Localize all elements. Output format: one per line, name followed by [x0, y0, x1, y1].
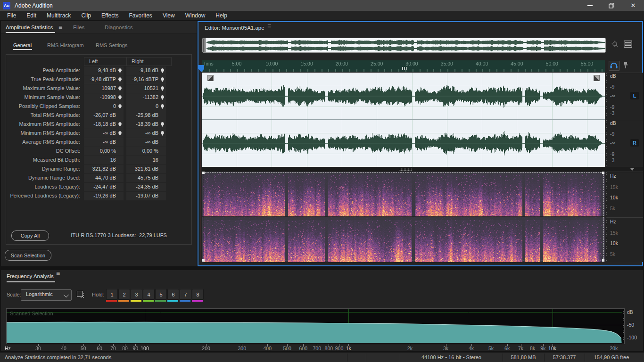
freq-tick-marks [606, 172, 607, 217]
stat-value-cell: -∞ dB [126, 129, 166, 138]
overview-left-grip[interactable] [203, 38, 206, 52]
column-header-right: Right [126, 57, 172, 66]
editor-list-icon[interactable] [624, 41, 632, 49]
stat-value: -19,07 dB [136, 193, 158, 198]
close-button[interactable]: ✕ [622, 0, 644, 11]
zoom-navigate-icon[interactable] [611, 40, 620, 49]
splitter-grip[interactable] [399, 168, 412, 171]
marker-pin-icon[interactable] [161, 104, 164, 109]
menu-multitrack[interactable]: Multitrack [41, 11, 76, 20]
stat-value: -9,16 dBTP [132, 76, 158, 82]
panel-tab-strip: Amplitude StatisticsFilesDiagnostics≡ [1, 21, 197, 34]
pin-icon[interactable] [622, 61, 629, 70]
stat-value-cell: -24,35 dB [126, 183, 166, 191]
hold-button-5[interactable]: 5 [155, 289, 167, 300]
tab-files[interactable]: Files [73, 21, 84, 33]
scale-dropdown[interactable]: Logarithmic [21, 289, 72, 301]
x-axis-label: 900 [335, 346, 344, 351]
frequency-scale[interactable]: Hz15k10k5kHz15k10k5k [606, 172, 643, 262]
marker-pin-icon[interactable] [118, 104, 122, 109]
subtab-general[interactable]: General [13, 42, 32, 48]
restore-button[interactable] [601, 0, 622, 11]
marker-pin-icon[interactable] [118, 68, 122, 73]
loudness-summary: ITU-R BS.1770-3 Loudness: -22,79 LUFS [53, 232, 185, 238]
copy-all-button[interactable]: Copy All [11, 230, 49, 241]
stat-row-label: Peak Amplitude: [1, 67, 80, 73]
stat-value-cell: -∞ dB [84, 129, 124, 138]
selection-handle[interactable] [602, 259, 604, 262]
panel-menu-icon[interactable]: ≡ [58, 21, 62, 33]
editor-panel-menu-icon[interactable]: ≡ [267, 20, 271, 32]
view-splitter[interactable] [202, 167, 643, 172]
stat-value: -9,18 dB [139, 67, 158, 73]
scale-tick-marks [606, 73, 607, 120]
marker-pin-icon[interactable] [118, 131, 122, 136]
marker-pin-icon[interactable] [118, 77, 122, 82]
stat-value: -∞ dB [103, 139, 116, 145]
marker-pin-icon[interactable] [161, 86, 164, 91]
stat-row-label: Maximum Sample Value: [1, 85, 80, 91]
overview-waveform[interactable] [206, 39, 605, 52]
marker-pin-icon[interactable] [118, 95, 122, 100]
menu-view[interactable]: View [157, 11, 180, 20]
freq-tick-marks [606, 218, 607, 263]
marker-pin-icon[interactable] [118, 86, 122, 91]
minimize-button[interactable] [579, 0, 601, 11]
selection-handle[interactable] [202, 172, 205, 174]
overview-navigator[interactable] [202, 38, 606, 53]
marker-pin-icon[interactable] [161, 95, 164, 100]
stat-value: -11382 [143, 94, 158, 100]
stat-value: 44,70 dB [95, 175, 116, 181]
marker-pin-icon[interactable] [161, 77, 164, 82]
frequency-analysis-menu-icon[interactable]: ≡ [56, 267, 60, 280]
copy-frequencies-icon[interactable] [76, 290, 85, 299]
tab-diagnostics[interactable]: Diagnostics [105, 21, 132, 33]
channel-button-L[interactable]: L [630, 92, 639, 99]
timeline-label: 5:00 [232, 61, 241, 66]
hold-button-8[interactable]: 8 [192, 289, 204, 300]
channel-button-R[interactable]: R [630, 139, 639, 147]
timeline-ruler[interactable]: hms 5:0010:0015:0020:0025:0030:0035:0040… [202, 60, 605, 72]
marker-pin-icon[interactable] [161, 68, 164, 73]
x-axis-label: 2k [407, 346, 413, 351]
fade-in-handle[interactable] [207, 75, 214, 81]
subtab-rms-histogram[interactable]: RMS Histogram [47, 42, 84, 48]
stat-value-cell: -25,98 dB [126, 111, 166, 120]
chevron-down-icon [64, 292, 69, 297]
scale-menu-arrow-icon[interactable] [630, 168, 634, 171]
stat-value: -24,47 dB [93, 184, 116, 189]
stat-value: 10521 [144, 85, 158, 91]
frequency-graph[interactable] [7, 309, 622, 343]
waveform-display[interactable] [202, 73, 605, 167]
menu-clip[interactable]: Clip [76, 11, 96, 20]
stat-value: 0,00 % [100, 148, 116, 154]
fade-out-handle[interactable] [594, 75, 600, 81]
hold-button-7[interactable]: 7 [180, 289, 191, 300]
hold-button-3[interactable]: 3 [131, 289, 142, 300]
hold-button-2[interactable]: 2 [118, 289, 130, 300]
stat-value: -10998 [100, 94, 116, 100]
scan-selection-button[interactable]: Scan Selection [5, 250, 51, 261]
solo-monitor-icon[interactable] [609, 61, 620, 71]
selection-handle[interactable] [202, 259, 205, 262]
amplitude-scale[interactable]: dB-9-∞-9-3LdB-9-∞-9-3R [606, 73, 643, 167]
subtab-rms-settings[interactable]: RMS Settings [96, 42, 127, 48]
marker-pin-icon[interactable] [161, 131, 164, 136]
hold-button-6[interactable]: 6 [167, 289, 179, 300]
hold-button-4[interactable]: 4 [143, 289, 155, 300]
menu-edit[interactable]: Edit [21, 11, 41, 20]
menu-favorites[interactable]: Favorites [124, 11, 157, 20]
x-axis-label: 80 [122, 346, 128, 351]
hold-color-swatch [192, 300, 203, 302]
menu-help[interactable]: Help [210, 11, 232, 20]
selection-handle[interactable] [602, 172, 604, 174]
menu-window[interactable]: Window [180, 11, 211, 20]
y-axis-label: -50 [627, 322, 634, 328]
menu-effects[interactable]: Effects [96, 11, 124, 20]
marker-pin-icon[interactable] [118, 122, 122, 127]
marker-pin-icon[interactable] [161, 122, 164, 127]
stat-value: -24,35 dB [136, 184, 158, 189]
menu-file[interactable]: File [2, 11, 21, 20]
hold-button-1[interactable]: 1 [106, 289, 118, 300]
spectral-selection[interactable] [203, 172, 604, 261]
